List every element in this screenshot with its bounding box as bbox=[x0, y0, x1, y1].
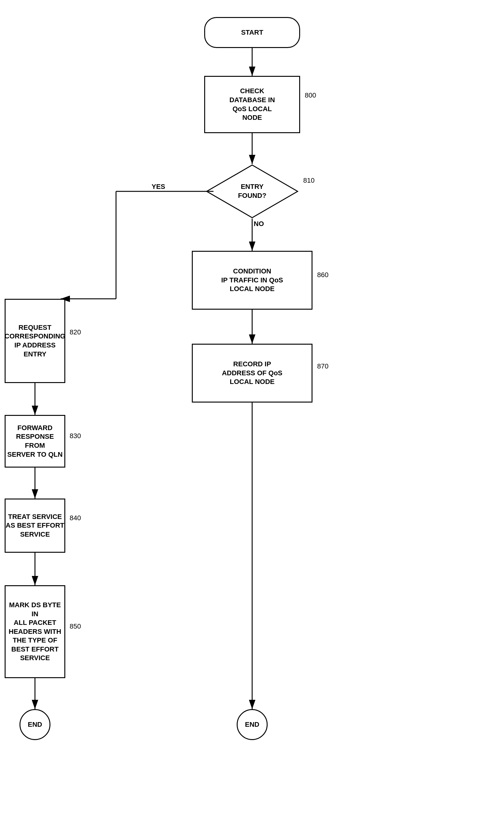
check-database-box: CHECK DATABASE IN QoS LOCAL NODE bbox=[204, 76, 300, 133]
ref-830: 830 bbox=[70, 432, 81, 440]
treat-service-box: TREAT SERVICE AS BEST EFFORT SERVICE bbox=[5, 499, 65, 553]
request-entry-box: REQUEST CORRESPONDING IP ADDRESS ENTRY bbox=[5, 299, 65, 383]
condition-ip-box: CONDITION IP TRAFFIC IN QoS LOCAL NODE bbox=[192, 251, 313, 309]
mark-ds-box: MARK DS BYTE IN ALL PACKET HEADERS WITH … bbox=[5, 585, 65, 678]
ref-860: 860 bbox=[317, 271, 329, 279]
ref-840: 840 bbox=[70, 514, 81, 522]
ref-870: 870 bbox=[317, 362, 329, 370]
no-label: NO bbox=[254, 220, 264, 228]
ref-850: 850 bbox=[70, 622, 81, 630]
ref-810: 810 bbox=[303, 176, 315, 184]
ref-800: 800 bbox=[305, 91, 316, 99]
end-connector-left: END bbox=[19, 709, 50, 740]
ref-820: 820 bbox=[70, 328, 81, 336]
end-connector-right: END bbox=[237, 709, 268, 740]
yes-label: YES bbox=[151, 183, 165, 191]
record-ip-box: RECORD IP ADDRESS OF QoS LOCAL NODE bbox=[192, 344, 313, 403]
forward-response-box: FORWARD RESPONSE FROM SERVER TO QLN bbox=[5, 415, 65, 467]
start-terminal: START bbox=[204, 17, 300, 48]
entry-found-decision: ENTRY FOUND? bbox=[206, 164, 299, 219]
